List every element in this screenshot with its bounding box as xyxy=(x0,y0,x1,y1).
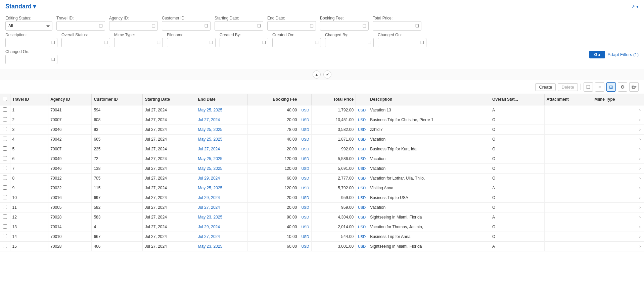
row-checkbox[interactable] xyxy=(3,234,7,238)
cell-end-date: Jul 29, 2024 xyxy=(196,222,248,232)
cell-price-currency: USD xyxy=(356,105,368,115)
adapt-filters-link[interactable]: Adapt Filters (1) xyxy=(608,52,639,57)
total-price-input[interactable] xyxy=(374,23,415,28)
row-checkbox[interactable] xyxy=(3,146,7,151)
created-by-input[interactable] xyxy=(221,40,262,45)
header-end-date[interactable]: End Date xyxy=(196,94,248,105)
delete-button[interactable]: Delete xyxy=(558,83,578,91)
cell-chevron[interactable]: › xyxy=(637,135,644,144)
cell-chevron[interactable]: › xyxy=(637,212,644,222)
cell-description: Sightseeing in Miami, Florida xyxy=(368,242,490,251)
top-bar-export[interactable]: ↗ ▾ xyxy=(631,4,639,9)
cell-attachment xyxy=(544,242,592,251)
travel-id-clear-icon[interactable]: ❑ xyxy=(98,23,103,29)
agency-id-clear-icon[interactable]: ❑ xyxy=(151,23,156,29)
header-action xyxy=(637,94,644,105)
cell-travel-id: 7 xyxy=(10,164,48,174)
changed-on-row3-clear-icon[interactable]: ❑ xyxy=(51,56,56,62)
cell-chevron[interactable]: › xyxy=(637,154,644,164)
total-price-clear-icon[interactable]: ❑ xyxy=(415,23,420,29)
booking-fee-label: Booking Fee: xyxy=(320,16,369,20)
header-total-price[interactable]: Total Price xyxy=(311,94,356,105)
changed-by-input[interactable] xyxy=(327,40,367,45)
starting-date-clear-icon[interactable]: ❑ xyxy=(257,23,262,29)
cell-chevron[interactable]: › xyxy=(637,203,644,212)
changed-on-row2-clear-icon[interactable]: ❑ xyxy=(420,40,425,46)
cell-chevron[interactable]: › xyxy=(637,242,644,251)
export-icon-button[interactable]: ⧉ ▾ xyxy=(629,82,639,92)
cell-chevron[interactable]: › xyxy=(637,193,644,203)
cell-chevron[interactable]: › xyxy=(637,144,644,154)
end-date-clear-icon[interactable]: ❑ xyxy=(309,23,314,29)
row-checkbox[interactable] xyxy=(3,195,7,199)
cell-chevron[interactable]: › xyxy=(637,125,644,135)
created-on-input[interactable] xyxy=(274,40,314,45)
list-view-button[interactable]: ≡ xyxy=(595,82,604,92)
cell-booking-fee: 20.00 xyxy=(248,203,299,212)
row-checkbox[interactable] xyxy=(3,224,7,229)
filename-clear-icon[interactable]: ❑ xyxy=(209,40,214,46)
row-checkbox[interactable] xyxy=(3,244,7,248)
header-starting-date[interactable]: Starting Date xyxy=(143,94,196,105)
header-overall-status[interactable]: Overall Stat... xyxy=(490,94,545,105)
row-checkbox[interactable] xyxy=(3,166,7,170)
description-clear-icon[interactable]: ❑ xyxy=(51,40,56,46)
row-checkbox[interactable] xyxy=(3,205,7,209)
row-checkbox[interactable] xyxy=(3,137,7,141)
agency-id-input[interactable] xyxy=(111,23,151,28)
pin-button[interactable]: ✔ xyxy=(323,70,331,79)
changed-by-clear-icon[interactable]: ❑ xyxy=(367,40,372,46)
row-checkbox[interactable] xyxy=(3,214,7,219)
cell-description: Sightseeing in Miami, Florida xyxy=(368,212,490,222)
changed-on-row2-input[interactable] xyxy=(379,40,420,45)
row-checkbox[interactable] xyxy=(3,176,7,180)
row-checkbox[interactable] xyxy=(3,185,7,190)
header-booking-fee[interactable]: Booking Fee xyxy=(248,94,299,105)
cell-chevron[interactable]: › xyxy=(637,174,644,183)
booking-fee-input[interactable] xyxy=(322,23,362,28)
customer-id-clear-icon[interactable]: ❑ xyxy=(204,23,209,29)
cell-customer-id: 225 xyxy=(92,144,143,154)
filename-input[interactable] xyxy=(169,40,209,45)
mime-type-input[interactable] xyxy=(116,40,156,45)
cell-booking-currency: USD xyxy=(299,203,311,212)
row-checkbox[interactable] xyxy=(3,107,7,112)
header-attachment[interactable]: Attachment xyxy=(544,94,592,105)
cell-chevron[interactable]: › xyxy=(637,183,644,193)
cell-chevron[interactable]: › xyxy=(637,232,644,242)
booking-fee-clear-icon[interactable]: ❑ xyxy=(362,23,367,29)
create-button[interactable]: Create xyxy=(535,83,556,91)
mime-type-clear-icon[interactable]: ❑ xyxy=(156,40,161,46)
row-checkbox[interactable] xyxy=(3,156,7,160)
go-button[interactable]: Go xyxy=(589,51,605,58)
created-by-clear-icon[interactable]: ❑ xyxy=(262,40,267,46)
travel-id-input[interactable] xyxy=(58,23,98,28)
changed-on-row3-input[interactable] xyxy=(7,57,51,62)
select-all-checkbox[interactable] xyxy=(3,97,7,101)
overall-status-input[interactable] xyxy=(63,40,103,45)
header-customer-id[interactable]: Customer ID xyxy=(92,94,143,105)
row-checkbox[interactable] xyxy=(3,117,7,122)
header-mime-type[interactable]: Mime Type xyxy=(592,94,637,105)
starting-date-input[interactable] xyxy=(216,23,257,28)
settings-icon-button[interactable]: ⚙ xyxy=(618,82,627,92)
created-on-clear-icon[interactable]: ❑ xyxy=(314,40,319,46)
copy-icon-button[interactable]: ❐ xyxy=(584,82,593,92)
cell-chevron[interactable]: › xyxy=(637,164,644,174)
header-travel-id[interactable]: Travel ID xyxy=(10,94,48,105)
end-date-input[interactable] xyxy=(269,23,309,28)
cell-mime-type xyxy=(592,203,637,212)
customer-id-input[interactable] xyxy=(164,23,204,28)
description-input[interactable] xyxy=(7,40,51,45)
collapse-up-button[interactable]: ▲ xyxy=(313,70,321,79)
cell-chevron[interactable]: › xyxy=(637,105,644,115)
cell-chevron[interactable]: › xyxy=(637,222,644,232)
row-checkbox[interactable] xyxy=(3,127,7,131)
header-agency-id[interactable]: Agency ID xyxy=(48,94,92,105)
header-description[interactable]: Description xyxy=(368,94,490,105)
cell-chevron[interactable]: › xyxy=(637,115,644,125)
table-view-button[interactable]: ⊞ xyxy=(606,82,616,92)
app-title[interactable]: Standard ▾ xyxy=(5,3,36,10)
editing-status-select[interactable]: All New In Progress Done xyxy=(7,23,51,29)
overall-status-clear-icon[interactable]: ❑ xyxy=(103,40,108,46)
